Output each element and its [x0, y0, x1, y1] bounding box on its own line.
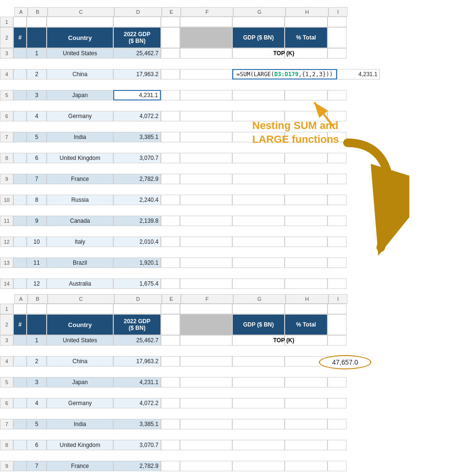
col-header-c: C	[48, 7, 114, 17]
table-row: 53Japan4,231.1	[0, 377, 347, 387]
row-num-3: 3	[0, 48, 13, 59]
cell-d1[interactable]	[113, 17, 161, 27]
bot-col-header-a: A	[14, 294, 28, 304]
bot-cell-a1[interactable]	[13, 304, 27, 314]
cell-i1[interactable]	[327, 17, 347, 27]
cell-e1[interactable]	[161, 17, 180, 27]
cell-f1[interactable]	[180, 17, 232, 27]
col-header-h: H	[286, 7, 328, 17]
table-row: 97France2,782.9	[0, 461, 347, 471]
cell-e2[interactable]	[161, 27, 180, 48]
row-num-6: 6	[0, 111, 13, 121]
col-header-e: E	[162, 7, 181, 17]
table-row: 97France2,782.9	[0, 174, 347, 184]
cell-c1[interactable]	[47, 17, 113, 27]
bot-col-header-e: E	[162, 294, 181, 304]
table-row: 42China17,963.2	[0, 356, 347, 367]
table-row: 1311Brazil1,920.1	[0, 258, 347, 268]
row-num-7: 7	[0, 132, 13, 142]
table-row: 86United Kingdom3,070.7	[0, 440, 347, 450]
bot-col-header-c: C	[48, 294, 114, 304]
table-row: 31United States25,462.7	[0, 335, 347, 346]
row-num-2: 2	[0, 27, 13, 48]
table-row: 86United Kingdom3,070.7	[0, 153, 347, 163]
header-gdp: 2022 GDP ($ BN)	[113, 27, 161, 48]
bot-col-header-i: I	[328, 294, 347, 304]
bot-header-right-f	[180, 314, 232, 335]
row-num-7: 7	[0, 419, 13, 429]
col-header-b: B	[28, 7, 48, 17]
header-gdp-right: GDP ($ BN)	[232, 27, 285, 48]
cell-i2[interactable]	[327, 27, 347, 48]
bot-cell-b1[interactable]	[27, 304, 47, 314]
bot-header-pct: % Total	[285, 314, 327, 335]
bot-col-header-g: G	[233, 294, 286, 304]
row-num-1: 1	[0, 17, 13, 27]
bot-col-header-d: D	[114, 294, 162, 304]
row-num-14: 14	[0, 278, 13, 289]
top-k-label-bottom: TOP (K)	[271, 335, 294, 346]
bot-header-country: Country	[47, 314, 113, 335]
bot-cell-f1[interactable]	[180, 304, 232, 314]
bot-col-header-h: H	[286, 294, 328, 304]
bot-header-num: #	[13, 314, 27, 335]
header-right-f	[180, 27, 232, 48]
bot-cell-d1[interactable]	[113, 304, 161, 314]
header-num-b	[27, 27, 47, 48]
row-num-13: 13	[0, 258, 13, 268]
table-row: 1412Australia1,675.4	[0, 278, 347, 289]
row-num-5: 5	[0, 377, 13, 387]
col-header-g: G	[233, 7, 286, 17]
bot-col-header-b: B	[28, 294, 48, 304]
bot-cell-i2[interactable]	[327, 314, 347, 335]
bot-cell-h1[interactable]	[285, 304, 327, 314]
cell-g1[interactable]	[232, 17, 285, 27]
header-num: #	[13, 27, 27, 48]
bot-cell-g1[interactable]	[232, 304, 285, 314]
row-num-12: 12	[0, 237, 13, 247]
row-num-8: 8	[0, 153, 13, 163]
row-num-8: 8	[0, 440, 13, 450]
brown-arrow-icon	[333, 138, 409, 271]
col-header-f: F	[181, 7, 233, 17]
bot-row-num-2: 2	[0, 314, 13, 335]
table-row: 1210Italy2,010.4	[0, 237, 347, 247]
row-num-10: 10	[0, 195, 13, 205]
col-header-d: D	[114, 7, 162, 17]
row-num-9: 9	[0, 461, 13, 471]
svg-line-1	[314, 102, 333, 126]
row-num-4: 4	[0, 69, 13, 79]
bot-header-gdp: 2022 GDP ($ BN)	[113, 314, 161, 335]
row-num-3: 3	[0, 335, 13, 346]
col-header-i: I	[328, 7, 347, 17]
cell-a1[interactable]	[13, 17, 27, 27]
col-header-a: A	[14, 7, 28, 17]
bot-col-header-f: F	[181, 294, 233, 304]
bot-cell-i1[interactable]	[327, 304, 347, 314]
table-row: 108Russia2,240.4	[0, 195, 347, 205]
table-row: 64Germany4,072.2	[0, 398, 347, 408]
yellow-arrow-icon	[305, 93, 343, 131]
header-pct: % Total	[285, 27, 327, 48]
row-num-9: 9	[0, 174, 13, 184]
cell-h1[interactable]	[285, 17, 327, 27]
table-row: 53Japan4,231.1	[0, 90, 347, 100]
formula-display[interactable]: =SUM(LARGE(D3:D179,{1,2,3}))4,231.1	[232, 69, 380, 79]
cell-b1[interactable]	[27, 17, 47, 27]
result-circle: 47,657.0	[319, 355, 371, 369]
table-row: 31United States25,462.7	[0, 48, 347, 59]
top-k-label-top: TOP (K)	[271, 48, 294, 59]
formula-result: 4,231.1	[337, 69, 380, 79]
row-num-6: 6	[0, 398, 13, 408]
row-num-5: 5	[0, 90, 13, 100]
header-country: Country	[47, 27, 113, 48]
bot-cell-c1[interactable]	[47, 304, 113, 314]
row-num-4: 4	[0, 356, 13, 367]
bot-header-gdp-right: GDP ($ BN)	[232, 314, 285, 335]
row-num-11: 11	[0, 216, 13, 226]
bot-row-num-1: 1	[0, 304, 13, 314]
bot-header-num-b	[27, 314, 47, 335]
table-row: 75India3,385.1	[0, 419, 347, 429]
bot-cell-e2[interactable]	[161, 314, 180, 335]
bot-cell-e1[interactable]	[161, 304, 180, 314]
